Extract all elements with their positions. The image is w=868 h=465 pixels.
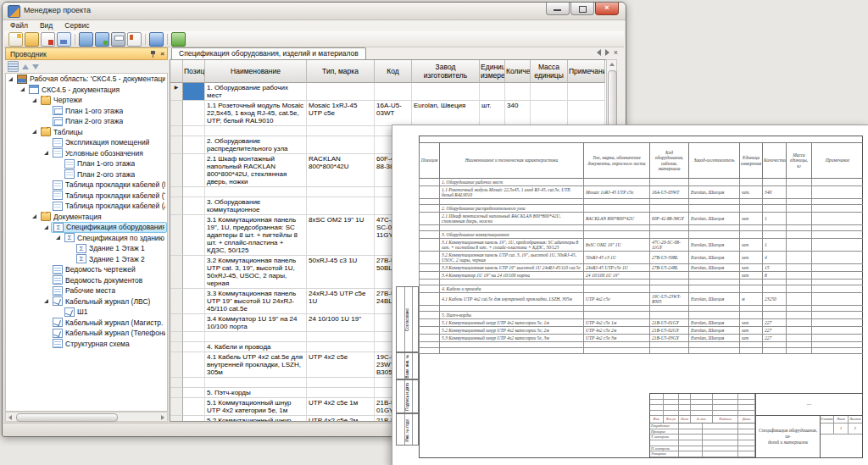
row-selector[interactable] <box>170 342 183 352</box>
row-selector[interactable] <box>170 416 183 422</box>
row-selector[interactable] <box>170 136 183 154</box>
grid-cell[interactable]: шт. <box>480 101 505 126</box>
row-selector[interactable] <box>170 187 183 197</box>
grid-cell[interactable]: 340 <box>505 101 531 126</box>
grid-cell[interactable] <box>307 136 375 154</box>
tree-item[interactable]: План 2-ого этажа <box>6 116 167 127</box>
row-selector[interactable] <box>170 126 183 136</box>
grid-cell[interactable] <box>205 187 307 197</box>
scroll-up-icon[interactable] <box>609 63 615 66</box>
save-all-icon[interactable] <box>57 32 71 47</box>
grid-cell[interactable] <box>531 83 568 101</box>
tree-item[interactable]: Документация <box>6 212 167 223</box>
menu-Вид[interactable]: Вид <box>34 20 58 30</box>
move-down-icon[interactable] <box>32 64 39 69</box>
grid-cell[interactable]: 3. Оборудование коммутационное <box>205 197 307 215</box>
project-settings-icon[interactable] <box>149 32 164 47</box>
grid-cell[interactable] <box>307 197 375 215</box>
maximize-button[interactable] <box>570 3 594 15</box>
row-selector[interactable] <box>170 154 183 187</box>
scroll-right-icon[interactable] <box>161 415 164 420</box>
print-icon[interactable] <box>111 32 125 47</box>
grid-column-header[interactable]: Завод изготовитель <box>412 60 480 83</box>
new-document-icon[interactable] <box>8 32 23 47</box>
panel-close-icon[interactable]: × <box>160 50 164 58</box>
menu-Файл[interactable]: Файл <box>4 20 34 30</box>
grid-cell[interactable] <box>205 126 307 136</box>
grid-cell[interactable] <box>183 197 205 215</box>
tree-item[interactable]: Рабочая область: 'СКС4.5 - документация'… <box>6 74 167 85</box>
expander-icon[interactable] <box>8 77 13 81</box>
close-button[interactable]: × <box>595 3 619 15</box>
grid-cell[interactable] <box>183 126 205 136</box>
grid-cell[interactable]: 4.1 Кабель UTP 4x2 cat.5e для внутренней… <box>205 352 307 378</box>
grid-column-header[interactable]: Масса единицы <box>531 60 568 83</box>
row-selector[interactable] <box>170 352 183 378</box>
expander-icon[interactable] <box>44 151 48 155</box>
tree-item[interactable]: Таблица прокладки кабелей (ЛВС) <box>6 201 167 212</box>
workspace-icon[interactable] <box>79 32 93 47</box>
grid-cell[interactable] <box>183 256 205 289</box>
components-icon[interactable] <box>171 32 186 47</box>
grid-cell[interactable] <box>307 378 375 388</box>
minimize-button[interactable] <box>546 3 570 15</box>
tree-item[interactable]: ΣЗдание 1 Этаж 2 <box>6 254 167 265</box>
tree-item[interactable]: Кабельный журнал (Магистр. соединения) <box>6 318 167 329</box>
expander-icon[interactable] <box>32 98 36 102</box>
grid-cell[interactable] <box>183 101 205 126</box>
row-selector[interactable] <box>170 398 183 416</box>
grid-cell[interactable] <box>183 398 205 416</box>
grid-cell[interactable]: 2.1 Шкаф монтажный напольный RACKLAN 800… <box>205 154 307 187</box>
grid-cell[interactable] <box>205 378 307 388</box>
tree-item[interactable]: План 1-ого этажа <box>6 106 167 117</box>
grid-cell[interactable]: UTP 4x2 c5e 1м <box>307 398 375 416</box>
grid-cell[interactable] <box>183 388 205 398</box>
grid-cell[interactable]: 3.2 Коммутационная панель UTP cat. 3, 19… <box>205 256 307 289</box>
grid-column-header[interactable]: Тип, марка <box>307 60 375 83</box>
tree-item[interactable]: Кабельный журнал (ЛВС) <box>6 296 167 307</box>
tree-item[interactable]: Условные обозначения <box>6 148 167 159</box>
grid-cell[interactable] <box>412 83 480 101</box>
grid-cell[interactable] <box>183 136 205 154</box>
tree-item[interactable]: План 1-ого этажа <box>6 158 167 169</box>
add-window-icon[interactable] <box>95 32 109 47</box>
move-up-icon[interactable] <box>22 64 29 69</box>
grid-cell[interactable] <box>183 154 205 187</box>
tree-item[interactable]: Экспликация помещений <box>6 137 167 148</box>
grid-cell[interactable] <box>307 187 375 197</box>
tree-item[interactable]: Структурная схема <box>6 339 167 350</box>
grid-cell[interactable]: 2. Оборудование распределительного узла <box>205 136 307 154</box>
row-selector[interactable] <box>170 215 183 256</box>
grid-cell[interactable] <box>568 83 605 101</box>
grid-cell[interactable] <box>375 83 412 101</box>
tab-nav-prev-icon[interactable] <box>597 49 601 56</box>
grid-column-header[interactable]: Единица измерения <box>480 60 505 83</box>
grid-cell[interactable]: 3.4 Коммутатор 1U 19" на 24 10/100 порта <box>205 314 307 332</box>
grid-cell[interactable]: 5.1 Коммутационный шнур UTP 4x2 категори… <box>205 398 307 416</box>
grid-column-header[interactable]: Позиция <box>183 60 205 83</box>
grid-cell[interactable]: 5. Пэтч-корды <box>205 388 307 398</box>
grid-column-header[interactable]: Наименование <box>205 60 307 83</box>
grid-cell[interactable]: 1.1 Розеточный модуль Mosaic 22,5х45, 1 … <box>205 101 307 126</box>
tree-item[interactable]: Ш1 <box>6 307 167 318</box>
row-selector[interactable] <box>170 101 183 126</box>
grid-cell[interactable] <box>568 101 605 126</box>
tab-close-icon[interactable]: × <box>614 49 618 56</box>
tree-item[interactable]: СКС4.5 - документация <box>6 85 167 96</box>
grid-cell[interactable] <box>183 416 205 422</box>
row-selector[interactable] <box>170 378 183 388</box>
expander-icon[interactable] <box>56 235 60 240</box>
tree-item[interactable]: Таблицы <box>6 127 167 138</box>
tree-item[interactable]: Ведомость чертежей <box>6 264 167 275</box>
tab-nav-next-icon[interactable] <box>605 49 609 56</box>
grid-cell[interactable]: Mosaic 1xRJ-45 UTP c5e <box>307 101 375 126</box>
grid-cell[interactable]: 50xRJ-45 c3 1U <box>307 256 375 289</box>
row-selector[interactable] <box>170 388 183 398</box>
menu-Сервис[interactable]: Сервис <box>58 20 95 30</box>
grid-cell[interactable] <box>183 289 205 314</box>
explorer-header[interactable]: Проводник × <box>5 47 168 60</box>
open-project-icon[interactable] <box>25 32 39 47</box>
grid-cell[interactable] <box>205 332 307 342</box>
grid-cell[interactable]: Eurolan, Швеция <box>412 101 480 126</box>
expander-icon[interactable] <box>44 225 48 230</box>
